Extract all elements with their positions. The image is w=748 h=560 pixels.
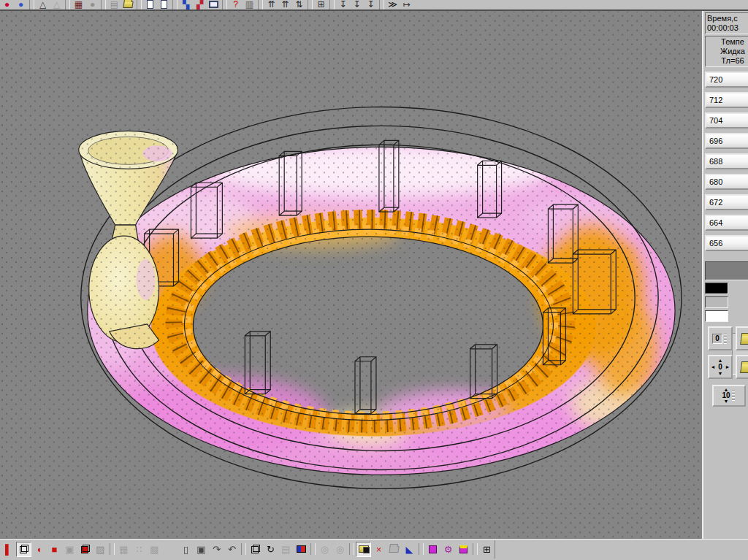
open-folder-button[interactable]	[121, 0, 135, 11]
disc-gray-button[interactable]: ●	[85, 0, 99, 11]
arrow-blue-red-button[interactable]: ◣	[402, 542, 417, 557]
folder-disabled-icon	[389, 546, 399, 553]
toolbar-separator	[137, 0, 142, 11]
cube-gear-magenta-icon	[429, 545, 437, 553]
legend-swatch[interactable]	[705, 296, 728, 308]
casting-scene	[0, 11, 702, 539]
top-toolbar: ●●△△▦●▤▚▞?▥⇈⇈⇅⊞↧↧↧≫↦	[0, 0, 748, 11]
monitor-icon	[209, 1, 218, 8]
folder-disabled-button[interactable]	[386, 542, 402, 557]
red-solid-button[interactable]: ■	[47, 542, 62, 557]
red-wedge-button[interactable]: ◖	[31, 542, 47, 557]
dots-decoration	[732, 391, 736, 401]
monitor-button[interactable]	[207, 0, 221, 11]
delete-x-button[interactable]: ×	[371, 542, 386, 557]
scale-value-button[interactable]: 688	[705, 153, 748, 169]
cube-magenta-yellow-button[interactable]	[456, 542, 471, 557]
chart-line-button[interactable]: △	[36, 0, 50, 11]
globe-icon: ●	[18, 0, 23, 9]
box-disabled-button[interactable]: ▤	[278, 542, 294, 557]
zero-pan-button[interactable]: ▲ ◄ 0 ► ▼	[708, 355, 733, 379]
fit-frame-icon: ⊞	[483, 545, 491, 554]
chart-line-icon: △	[39, 0, 46, 9]
gear-button[interactable]: ⚙	[440, 542, 456, 557]
fast-forward-button[interactable]: ≫	[386, 0, 400, 11]
hatch-pattern-button[interactable]: ▨	[93, 542, 108, 557]
cube-disabled-button[interactable]: ▦	[116, 542, 131, 557]
red-blob-button[interactable]: ▌	[1, 542, 16, 557]
window-red-blue-button[interactable]	[294, 542, 309, 557]
help-icon: ?	[233, 0, 238, 9]
list-down-1-button[interactable]: ↧	[336, 0, 350, 11]
legend-swatch[interactable]	[705, 283, 728, 294]
rotate-view-button[interactable]: ↻	[263, 542, 278, 557]
dot-texture	[0, 12, 702, 538]
toolbar-separator	[349, 543, 354, 555]
legend-swatch[interactable]	[705, 310, 728, 322]
scale-value-button[interactable]: 656	[705, 235, 748, 251]
circles-disabled-2-button[interactable]: ◎	[332, 542, 348, 557]
arrows-up-2-button[interactable]: ⇈	[278, 0, 292, 11]
viewport-3d[interactable]	[0, 11, 702, 539]
copy-doc-button[interactable]	[157, 0, 171, 11]
open-results-button-2[interactable]	[736, 355, 748, 379]
scale-value-button[interactable]: 720	[705, 72, 748, 88]
new-doc-button[interactable]	[143, 0, 157, 11]
tool-gray-icon: ▤	[110, 0, 118, 9]
cube-red-black-icon	[81, 545, 90, 553]
book-button[interactable]: ▥	[243, 0, 256, 11]
save-dark-button[interactable]: ▦	[72, 0, 85, 11]
step-forward-button[interactable]: ↦	[400, 0, 413, 11]
legend-line-3: Тл=66	[707, 56, 748, 66]
fast-forward-icon: ≫	[388, 0, 397, 9]
window-disabled-button[interactable]: ▣	[62, 542, 77, 557]
step-size-button[interactable]: ▲ 10 ▼	[712, 385, 746, 407]
chart-red-button[interactable]: ▞	[193, 0, 207, 11]
flip-arrow-right-icon: ↷	[213, 545, 221, 554]
circles-disabled-1-button[interactable]: ◎	[317, 542, 332, 557]
flip-arrow-right-button[interactable]: ↷	[209, 542, 224, 557]
app-red-shape-button[interactable]: ●	[0, 0, 14, 11]
legend-line-1: Темпе	[707, 37, 748, 47]
scale-value-button[interactable]: 672	[705, 194, 748, 210]
open-results-button-1[interactable]	[736, 326, 748, 350]
hatch-pattern-icon: ▨	[96, 545, 104, 554]
toolbar-separator	[65, 0, 70, 11]
arrow-right-icon: ►	[725, 364, 730, 369]
list-down-1-icon: ↧	[339, 0, 346, 9]
red-wedge-icon: ◖	[37, 545, 42, 554]
toolbar-separator	[110, 543, 115, 555]
arrows-up-3-button[interactable]: ⇅	[292, 0, 306, 11]
folder-icon	[740, 335, 748, 345]
folder-cube-button[interactable]	[356, 542, 371, 557]
dots-decoration	[724, 334, 728, 344]
cube-wireframe-button[interactable]	[16, 542, 31, 557]
globe-button[interactable]: ●	[14, 0, 28, 11]
red-solid-icon: ■	[52, 545, 58, 554]
help-button[interactable]: ?	[229, 0, 243, 11]
table-time-button[interactable]: ⊞	[314, 0, 328, 11]
frame-square-button[interactable]: ▣	[194, 542, 209, 557]
scale-end-swatch[interactable]	[705, 261, 748, 280]
cube-wireframe-2-button[interactable]	[248, 542, 263, 557]
grid-dense-disabled-button[interactable]: ▩	[147, 542, 162, 557]
scale-value-button[interactable]: 696	[705, 133, 748, 149]
scale-value-button[interactable]: 680	[705, 174, 748, 190]
list-down-3-button[interactable]: ↧	[364, 0, 378, 11]
chart-line-disabled-button[interactable]: △	[50, 0, 64, 11]
zero-display-button[interactable]: 0	[708, 326, 733, 350]
fit-frame-button[interactable]: ⊞	[479, 542, 495, 557]
scale-value-button[interactable]: 704	[705, 112, 748, 129]
chart-blue-button[interactable]: ▚	[179, 0, 193, 11]
flip-arrow-left-button[interactable]: ↶	[224, 542, 240, 557]
scale-value-button[interactable]: 712	[705, 92, 748, 108]
tool-gray-button[interactable]: ▤	[107, 0, 121, 11]
slice-plane-button[interactable]: ▯	[178, 542, 194, 557]
cube-red-black-button[interactable]	[77, 542, 93, 557]
cube-gear-magenta-button[interactable]	[425, 542, 440, 557]
grid-dots-disabled-button[interactable]: ∷	[131, 542, 147, 557]
arrows-up-1-button[interactable]: ⇈	[264, 0, 278, 11]
scale-value-button[interactable]: 664	[705, 215, 748, 231]
list-down-2-button[interactable]: ↧	[350, 0, 364, 11]
table-time-icon: ⊞	[317, 0, 324, 9]
